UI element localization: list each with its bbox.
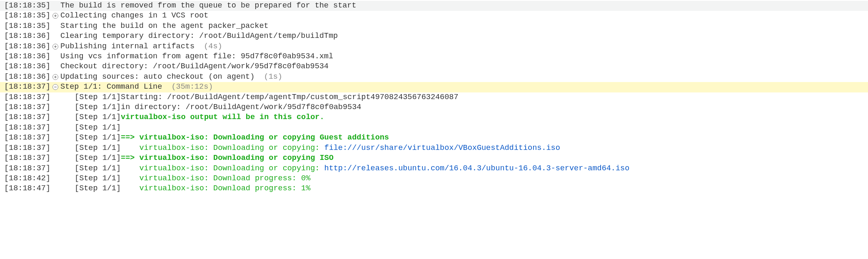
- timestamp: [18:18:37]: [4, 153, 50, 163]
- log-text: Clearing temporary directory: /root/Buil…: [60, 31, 338, 41]
- timestamp: [18:18:37]: [4, 102, 50, 112]
- step-prefix: [Step 1/1]: [75, 102, 121, 112]
- log-text: file:///usr/share/virtualbox/VBoxGuestAd…: [324, 143, 560, 153]
- build-log: [18:18:35]The build is removed from the …: [0, 1, 868, 194]
- log-line: [18:18:36]Updating sources: auto checkou…: [0, 72, 868, 82]
- log-text: Updating sources: auto checkout (on agen…: [60, 72, 259, 82]
- log-text: (4s): [199, 42, 222, 52]
- timestamp: [18:18:47]: [4, 184, 50, 194]
- log-text: The build is removed from the queue to b…: [60, 1, 357, 11]
- timestamp: [18:18:35]: [4, 1, 50, 11]
- log-line: [18:18:37]Step 1/1: Command Line (35m:12…: [0, 82, 868, 92]
- step-prefix: [Step 1/1]: [75, 164, 121, 174]
- log-text: Step 1/1: Command Line: [60, 82, 167, 92]
- collapse-icon[interactable]: [52, 84, 58, 90]
- log-text: ==> virtualbox-iso: Downloading or copyi…: [121, 133, 389, 143]
- expand-icon[interactable]: [52, 74, 58, 80]
- gutter: [50, 74, 60, 80]
- log-line: [18:18:36]Clearing temporary directory: …: [0, 31, 868, 41]
- timestamp: [18:18:37]: [4, 123, 50, 133]
- log-text: virtualbox-iso: Download progress: 0%: [121, 174, 310, 184]
- log-line: [18:18:35]The build is removed from the …: [0, 1, 868, 11]
- step-prefix: [Step 1/1]: [75, 143, 121, 153]
- timestamp: [18:18:36]: [4, 42, 50, 52]
- log-text: Publishing internal artifacts: [60, 42, 199, 52]
- log-line: [18:18:37][Step 1/1]: [0, 123, 868, 133]
- log-text: virtualbox-iso: Downloading or copying:: [121, 143, 324, 153]
- expand-icon[interactable]: [52, 13, 58, 19]
- log-line: [18:18:37][Step 1/1] virtualbox-iso: Dow…: [0, 143, 868, 153]
- gutter: [50, 44, 60, 50]
- log-line: [18:18:37][Step 1/1] virtualbox-iso: Dow…: [0, 164, 868, 174]
- log-text: (35m:12s): [167, 82, 213, 92]
- log-text: Checkout directory: /root/BuildAgent/wor…: [60, 62, 329, 72]
- log-line: [18:18:37][Step 1/1] Starting: /root/Bui…: [0, 92, 868, 102]
- log-text: in directory: /root/BuildAgent/work/95d7…: [121, 102, 361, 112]
- log-line: [18:18:36]Publishing internal artifacts …: [0, 42, 868, 52]
- timestamp: [18:18:36]: [4, 62, 50, 72]
- log-text: virtualbox-iso: Download progress: 1%: [121, 184, 310, 194]
- step-prefix: [Step 1/1]: [75, 92, 121, 102]
- timestamp: [18:18:35]: [4, 11, 50, 21]
- step-prefix: [Step 1/1]: [75, 123, 121, 133]
- step-prefix: [Step 1/1]: [75, 112, 121, 122]
- log-text: Starting the build on the agent packer_p…: [60, 21, 269, 31]
- step-prefix: [Step 1/1]: [75, 184, 121, 194]
- timestamp: [18:18:37]: [4, 82, 50, 92]
- log-line: [18:18:35]Starting the build on the agen…: [0, 21, 868, 31]
- timestamp: [18:18:37]: [4, 164, 50, 174]
- log-line: [18:18:37][Step 1/1] in directory: /root…: [0, 102, 868, 112]
- log-text: http://releases.ubuntu.com/16.04.3/ubunt…: [324, 164, 630, 174]
- step-prefix: [Step 1/1]: [75, 174, 121, 184]
- timestamp: [18:18:37]: [4, 112, 50, 122]
- timestamp: [18:18:37]: [4, 133, 50, 143]
- log-line: [18:18:42][Step 1/1] virtualbox-iso: Dow…: [0, 174, 868, 184]
- log-text: virtualbox-iso output will be in this co…: [121, 112, 324, 122]
- timestamp: [18:18:36]: [4, 31, 50, 41]
- log-text: Collecting changes in 1 VCS root: [60, 11, 208, 21]
- timestamp: [18:18:37]: [4, 92, 50, 102]
- step-prefix: [Step 1/1]: [75, 153, 121, 163]
- timestamp: [18:18:36]: [4, 52, 50, 62]
- timestamp: [18:18:42]: [4, 174, 50, 184]
- log-line: [18:18:36]Checkout directory: /root/Buil…: [0, 62, 868, 72]
- log-text: virtualbox-iso: Downloading or copying:: [121, 164, 324, 174]
- log-line: [18:18:37][Step 1/1] ==> virtualbox-iso:…: [0, 133, 868, 143]
- log-text: Using vcs information from agent file: 9…: [60, 52, 333, 62]
- log-line: [18:18:37][Step 1/1] ==> virtualbox-iso:…: [0, 153, 868, 163]
- log-line: [18:18:36]Using vcs information from age…: [0, 52, 868, 62]
- log-line: [18:18:37][Step 1/1] virtualbox-iso outp…: [0, 112, 868, 122]
- log-text: ==> virtualbox-iso: Downloading or copyi…: [121, 153, 334, 163]
- log-text: Starting: /root/BuildAgent/temp/agentTmp…: [121, 92, 458, 102]
- log-text: (1s): [259, 72, 282, 82]
- step-prefix: [Step 1/1]: [75, 133, 121, 143]
- expand-icon[interactable]: [52, 44, 58, 50]
- log-line: [18:18:47][Step 1/1] virtualbox-iso: Dow…: [0, 184, 868, 194]
- gutter: [50, 84, 60, 90]
- timestamp: [18:18:37]: [4, 143, 50, 153]
- gutter: [50, 13, 60, 19]
- log-line: [18:18:35]Collecting changes in 1 VCS ro…: [0, 11, 868, 21]
- timestamp: [18:18:35]: [4, 21, 50, 31]
- timestamp: [18:18:36]: [4, 72, 50, 82]
